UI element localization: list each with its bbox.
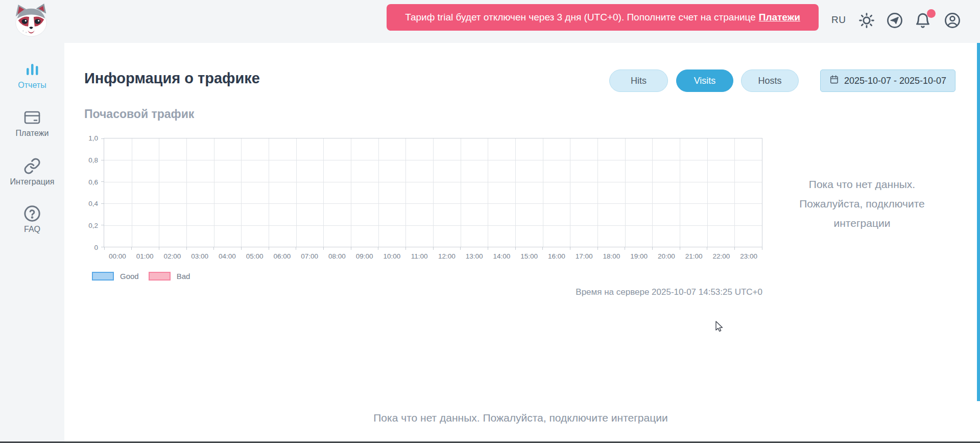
chart-legend: GoodBad bbox=[92, 271, 190, 281]
y-axis-tick bbox=[101, 247, 104, 247]
x-axis-label: 04:00 bbox=[219, 252, 236, 260]
server-time: Время на сервере 2025-10-07 14:53:25 UTC… bbox=[308, 287, 762, 297]
y-axis-label: 0,6 bbox=[88, 178, 98, 185]
x-axis-tick bbox=[707, 247, 707, 250]
x-axis-label: 20:00 bbox=[658, 252, 675, 260]
x-axis-label: 06:00 bbox=[273, 252, 291, 260]
legend-swatch bbox=[92, 272, 114, 281]
sun-icon[interactable] bbox=[858, 12, 875, 29]
x-axis-label: 16:00 bbox=[548, 252, 565, 260]
question-icon bbox=[23, 205, 41, 222]
x-axis-label: 23:00 bbox=[740, 252, 757, 260]
sidebar-item-label: Отчеты bbox=[18, 81, 46, 90]
legend-label: Good bbox=[120, 272, 139, 281]
grid-line-horizontal bbox=[104, 182, 762, 182]
x-axis-tick bbox=[159, 247, 159, 250]
x-axis-tick bbox=[241, 247, 242, 250]
grid-line-vertical bbox=[241, 138, 242, 247]
sidebar-item-payments[interactable]: Платежи bbox=[0, 109, 64, 143]
y-axis-tick bbox=[101, 203, 104, 204]
grid-line-vertical bbox=[734, 138, 735, 247]
x-axis-tick bbox=[433, 247, 434, 250]
sidebar-item-integration[interactable]: Интеграция bbox=[0, 157, 64, 191]
sidebar: Отчеты Платежи Интеграция bbox=[0, 43, 64, 443]
x-axis-tick bbox=[762, 247, 762, 250]
calendar-icon bbox=[829, 75, 839, 87]
legend-item-good: Good bbox=[92, 272, 139, 281]
grid-line-vertical bbox=[405, 138, 406, 247]
x-axis-label: 22:00 bbox=[712, 252, 730, 260]
grid-line-vertical bbox=[707, 138, 708, 247]
grid-line-vertical bbox=[515, 138, 516, 247]
x-axis-tick bbox=[351, 247, 351, 250]
profile-icon[interactable] bbox=[944, 12, 961, 29]
x-axis-label: 02:00 bbox=[163, 252, 181, 260]
x-axis-label: 19:00 bbox=[630, 252, 648, 260]
y-axis-label: 1,0 bbox=[88, 134, 98, 142]
app-root: Тариф trial будет отключен через 3 дня (… bbox=[0, 0, 980, 443]
sidebar-item-label: Платежи bbox=[16, 129, 49, 138]
x-axis-tick bbox=[104, 247, 105, 250]
date-range-value: 2025-10-07 - 2025-10-07 bbox=[844, 76, 946, 86]
page-title: Информация о трафике bbox=[84, 70, 260, 87]
grid-line-vertical bbox=[570, 138, 570, 247]
link-icon bbox=[23, 157, 41, 175]
y-axis-label: 0,8 bbox=[88, 156, 98, 164]
telegram-icon[interactable] bbox=[886, 12, 903, 29]
tab-hits[interactable]: Hits bbox=[609, 69, 668, 92]
sidebar-item-faq[interactable]: FAQ bbox=[0, 205, 64, 239]
raccoon-logo[interactable] bbox=[11, 3, 51, 38]
grid-line-vertical bbox=[433, 138, 434, 247]
x-axis-label: 15:00 bbox=[520, 252, 538, 260]
sidebar-item-label: FAQ bbox=[24, 225, 40, 234]
grid-line-vertical bbox=[488, 138, 488, 247]
date-range-picker[interactable]: 2025-10-07 - 2025-10-07 bbox=[820, 69, 955, 92]
x-axis-label: 17:00 bbox=[576, 252, 593, 260]
trial-warning-banner: Тариф trial будет отключен через 3 дня (… bbox=[387, 4, 819, 31]
tab-hosts[interactable]: Hosts bbox=[741, 69, 799, 92]
x-axis-tick bbox=[269, 247, 269, 250]
x-axis-label: 07:00 bbox=[301, 252, 318, 260]
sidebar-item-reports[interactable]: Отчеты bbox=[0, 61, 64, 95]
grid-line-vertical bbox=[323, 138, 324, 247]
x-axis-tick bbox=[488, 247, 488, 250]
grid-line-vertical bbox=[652, 138, 653, 247]
chart-plot bbox=[104, 138, 762, 247]
x-axis-tick bbox=[734, 247, 735, 250]
legend-swatch bbox=[149, 272, 171, 281]
x-axis-label: 12:00 bbox=[438, 252, 456, 260]
grid-line-horizontal bbox=[104, 160, 762, 160]
legend-item-bad: Bad bbox=[149, 272, 190, 281]
x-axis-label: 10:00 bbox=[383, 252, 400, 260]
y-axis-label: 0,4 bbox=[88, 200, 98, 207]
grid-line-vertical bbox=[186, 138, 187, 247]
x-axis-tick bbox=[186, 247, 187, 250]
x-axis-tick bbox=[680, 247, 680, 250]
x-axis-tick bbox=[625, 247, 625, 250]
grid-line-vertical bbox=[269, 138, 269, 247]
y-axis-label: 0,2 bbox=[88, 222, 98, 229]
y-axis-tick bbox=[101, 160, 104, 160]
tab-visits[interactable]: Visits bbox=[676, 69, 733, 92]
banner-payments-link[interactable]: Платежи bbox=[759, 12, 800, 23]
x-axis-tick bbox=[213, 247, 214, 250]
x-axis-tick bbox=[597, 247, 598, 250]
x-axis-label: 05:00 bbox=[246, 252, 264, 260]
x-axis-label: 11:00 bbox=[411, 252, 428, 260]
grid-line-vertical bbox=[461, 138, 461, 247]
x-axis-tick bbox=[460, 247, 461, 250]
x-axis-tick bbox=[378, 247, 378, 250]
notification-dot bbox=[927, 9, 936, 18]
x-axis-tick bbox=[405, 247, 406, 250]
main-content: Информация о трафике Hits Visits Hosts 2… bbox=[64, 43, 980, 443]
vertical-scrollbar-thumb[interactable] bbox=[977, 43, 980, 401]
grid-line-horizontal bbox=[104, 203, 762, 204]
y-axis-labels: 1,00,80,60,40,20 bbox=[68, 138, 98, 247]
x-axis-label: 13:00 bbox=[466, 252, 483, 260]
y-axis-tick bbox=[101, 225, 104, 225]
bar-chart-icon bbox=[23, 61, 41, 78]
x-axis-label: 09:00 bbox=[356, 252, 373, 260]
grid-line-vertical bbox=[159, 138, 159, 247]
language-switcher[interactable]: RU bbox=[831, 14, 846, 26]
x-axis-label: 01:00 bbox=[136, 252, 154, 260]
